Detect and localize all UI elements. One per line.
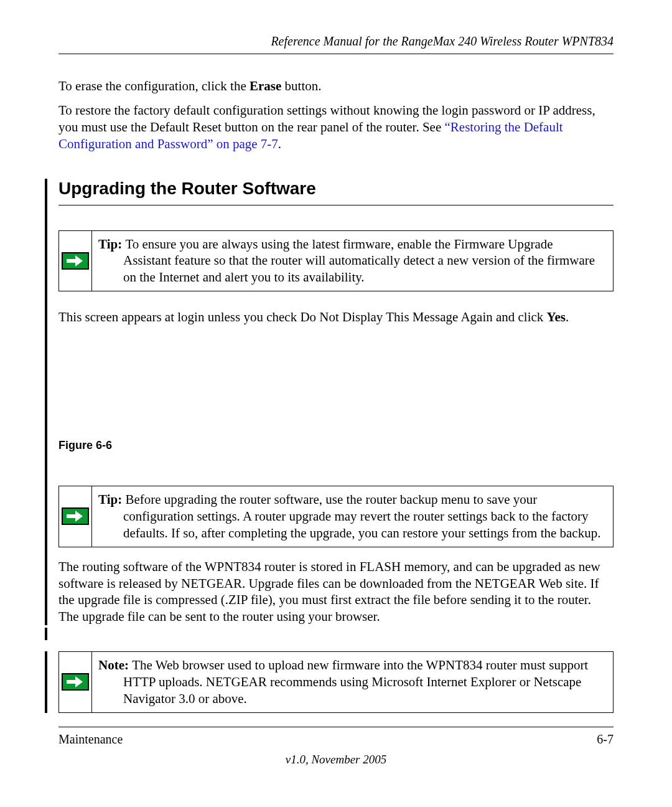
callout-text: Tip: To ensure you are always using the … — [92, 231, 613, 291]
footer-version: v1.0, November 2005 — [58, 753, 614, 767]
arrow-right-icon — [62, 507, 89, 525]
tip-lead: Tip: — [98, 492, 125, 507]
paragraph-routing-software: The routing software of the WPNT834 rout… — [58, 559, 614, 626]
section-upgrading: Upgrading the Router Software Tip: To en… — [45, 179, 614, 626]
callout-icon-cell — [59, 486, 92, 547]
footer-right: 6-7 — [597, 732, 614, 747]
section-heading: Upgrading the Router Software — [58, 179, 614, 205]
text: To erase the configuration, click the — [58, 78, 250, 93]
note-body: The Web browser used to upload new firmw… — [123, 658, 588, 706]
paragraph-restore: To restore the factory default configura… — [58, 102, 614, 153]
tip-callout-1: Tip: To ensure you are always using the … — [58, 230, 614, 292]
footer-left: Maintenance — [58, 732, 123, 747]
tip-body: To ensure you are always using the lates… — [123, 237, 595, 285]
note-wrap: Note: The Web browser used to upload new… — [45, 651, 614, 713]
figure-placeholder — [58, 333, 614, 439]
text: . — [566, 309, 569, 324]
running-header: Reference Manual for the RangeMax 240 Wi… — [58, 34, 614, 54]
callout-icon-cell — [59, 231, 92, 291]
paragraph-erase: To erase the configuration, click the Er… — [58, 78, 614, 95]
paragraph-screen-appears: This screen appears at login unless you … — [58, 309, 614, 326]
callout-icon-cell — [59, 652, 92, 712]
tip-callout-2: Tip: Before upgrading the router softwar… — [58, 486, 614, 547]
note-callout: Note: The Web browser used to upload new… — [58, 651, 614, 713]
figure-caption: Figure 6-6 — [58, 439, 614, 452]
note-lead: Note: — [98, 658, 132, 672]
bold-yes: Yes — [547, 309, 566, 324]
bold-erase: Erase — [250, 78, 281, 93]
text: This screen appears at login unless you … — [58, 309, 547, 324]
tip-body: Before upgrading the router software, us… — [123, 492, 600, 540]
callout-text: Tip: Before upgrading the router softwar… — [92, 486, 613, 547]
text: . — [278, 136, 281, 151]
page: Reference Manual for the RangeMax 240 Wi… — [0, 0, 672, 791]
change-bar-tick — [45, 628, 614, 640]
page-footer: Maintenance 6-7 — [58, 727, 614, 747]
callout-text: Note: The Web browser used to upload new… — [92, 652, 613, 712]
arrow-right-icon — [62, 252, 89, 270]
arrow-right-icon — [62, 673, 89, 691]
text: button. — [281, 78, 321, 93]
tip-lead: Tip: — [98, 237, 125, 252]
